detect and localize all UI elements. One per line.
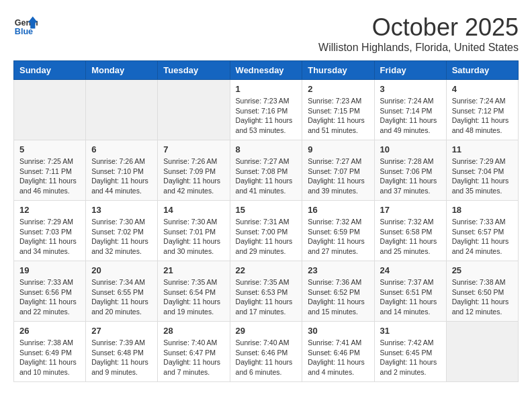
weekday-header-thursday: Thursday — [302, 61, 374, 80]
day-info: Sunrise: 7:29 AMSunset: 7:04 PMDaylight:… — [452, 156, 513, 196]
weekday-header-wednesday: Wednesday — [230, 61, 302, 80]
calendar-cell: 1Sunrise: 7:23 AMSunset: 7:16 PMDaylight… — [230, 80, 302, 140]
calendar-cell: 6Sunrise: 7:26 AMSunset: 7:10 PMDaylight… — [86, 140, 158, 201]
calendar-cell: 20Sunrise: 7:34 AMSunset: 6:55 PMDayligh… — [86, 261, 158, 322]
calendar-cell: 2Sunrise: 7:23 AMSunset: 7:15 PMDaylight… — [302, 80, 374, 140]
calendar-cell — [158, 80, 230, 140]
day-info: Sunrise: 7:32 AMSunset: 6:58 PMDaylight:… — [380, 217, 441, 257]
day-number: 31 — [380, 326, 441, 336]
day-info: Sunrise: 7:34 AMSunset: 6:55 PMDaylight:… — [91, 277, 152, 317]
day-info: Sunrise: 7:41 AMSunset: 6:46 PMDaylight:… — [308, 338, 368, 377]
day-info: Sunrise: 7:42 AMSunset: 6:45 PMDaylight:… — [380, 338, 441, 377]
day-info: Sunrise: 7:37 AMSunset: 6:51 PMDaylight:… — [380, 277, 441, 317]
calendar-week-row: 5Sunrise: 7:25 AMSunset: 7:11 PMDaylight… — [14, 140, 519, 201]
day-number: 29 — [236, 326, 297, 336]
logo-icon: General Blue — [13, 13, 38, 38]
title-block: October 2025 Williston Highlands, Florid… — [318, 13, 519, 54]
day-number: 25 — [452, 265, 513, 275]
day-info: Sunrise: 7:39 AMSunset: 6:48 PMDaylight:… — [91, 338, 152, 377]
calendar-cell: 27Sunrise: 7:39 AMSunset: 6:48 PMDayligh… — [86, 322, 158, 382]
calendar-cell: 25Sunrise: 7:38 AMSunset: 6:50 PMDayligh… — [446, 261, 518, 322]
day-number: 8 — [236, 144, 297, 154]
day-info: Sunrise: 7:35 AMSunset: 6:53 PMDaylight:… — [236, 277, 297, 317]
calendar-week-row: 19Sunrise: 7:33 AMSunset: 6:56 PMDayligh… — [14, 261, 519, 322]
calendar-cell: 8Sunrise: 7:27 AMSunset: 7:08 PMDaylight… — [230, 140, 302, 201]
day-info: Sunrise: 7:24 AMSunset: 7:12 PMDaylight:… — [452, 96, 513, 136]
day-number: 28 — [163, 326, 224, 336]
day-number: 4 — [452, 84, 513, 94]
calendar-cell: 21Sunrise: 7:35 AMSunset: 6:54 PMDayligh… — [158, 261, 230, 322]
day-number: 20 — [91, 265, 152, 275]
weekday-header-tuesday: Tuesday — [158, 61, 230, 80]
day-number: 5 — [19, 144, 80, 154]
day-number: 6 — [91, 144, 152, 154]
calendar-cell: 14Sunrise: 7:30 AMSunset: 7:01 PMDayligh… — [158, 201, 230, 261]
day-number: 17 — [380, 205, 441, 215]
day-info: Sunrise: 7:23 AMSunset: 7:15 PMDaylight:… — [308, 96, 368, 136]
calendar-cell: 4Sunrise: 7:24 AMSunset: 7:12 PMDaylight… — [446, 80, 518, 140]
day-number: 13 — [91, 205, 152, 215]
calendar-cell: 17Sunrise: 7:32 AMSunset: 6:58 PMDayligh… — [374, 201, 446, 261]
day-info: Sunrise: 7:32 AMSunset: 6:59 PMDaylight:… — [308, 217, 368, 257]
day-number: 10 — [380, 144, 441, 154]
day-number: 30 — [308, 326, 368, 336]
day-info: Sunrise: 7:36 AMSunset: 6:52 PMDaylight:… — [308, 277, 368, 317]
day-number: 11 — [452, 144, 513, 154]
day-number: 2 — [308, 84, 368, 94]
day-info: Sunrise: 7:35 AMSunset: 6:54 PMDaylight:… — [163, 277, 224, 317]
day-number: 9 — [308, 144, 368, 154]
day-info: Sunrise: 7:28 AMSunset: 7:06 PMDaylight:… — [380, 156, 441, 196]
day-info: Sunrise: 7:31 AMSunset: 7:00 PMDaylight:… — [236, 217, 297, 257]
day-number: 3 — [380, 84, 441, 94]
calendar-cell — [14, 80, 86, 140]
weekday-header-sunday: Sunday — [14, 61, 86, 80]
weekday-header-saturday: Saturday — [446, 61, 518, 80]
day-info: Sunrise: 7:38 AMSunset: 6:50 PMDaylight:… — [452, 277, 513, 317]
logo: General Blue — [13, 13, 38, 38]
day-info: Sunrise: 7:27 AMSunset: 7:07 PMDaylight:… — [308, 156, 368, 196]
day-number: 14 — [163, 205, 224, 215]
weekday-header-monday: Monday — [86, 61, 158, 80]
day-info: Sunrise: 7:29 AMSunset: 7:03 PMDaylight:… — [19, 217, 80, 257]
calendar-week-row: 26Sunrise: 7:38 AMSunset: 6:49 PMDayligh… — [14, 322, 519, 382]
day-number: 26 — [19, 326, 80, 336]
calendar-cell: 26Sunrise: 7:38 AMSunset: 6:49 PMDayligh… — [14, 322, 86, 382]
calendar-cell: 19Sunrise: 7:33 AMSunset: 6:56 PMDayligh… — [14, 261, 86, 322]
day-info: Sunrise: 7:30 AMSunset: 7:01 PMDaylight:… — [163, 217, 224, 257]
calendar-cell: 3Sunrise: 7:24 AMSunset: 7:14 PMDaylight… — [374, 80, 446, 140]
calendar-cell: 5Sunrise: 7:25 AMSunset: 7:11 PMDaylight… — [14, 140, 86, 201]
day-info: Sunrise: 7:23 AMSunset: 7:16 PMDaylight:… — [236, 96, 297, 136]
day-number: 18 — [452, 205, 513, 215]
page-header: General Blue October 2025 Williston High… — [13, 13, 519, 54]
calendar-cell: 23Sunrise: 7:36 AMSunset: 6:52 PMDayligh… — [302, 261, 374, 322]
calendar-cell: 11Sunrise: 7:29 AMSunset: 7:04 PMDayligh… — [446, 140, 518, 201]
day-info: Sunrise: 7:24 AMSunset: 7:14 PMDaylight:… — [380, 96, 441, 136]
calendar-week-row: 12Sunrise: 7:29 AMSunset: 7:03 PMDayligh… — [14, 201, 519, 261]
calendar-cell: 28Sunrise: 7:40 AMSunset: 6:47 PMDayligh… — [158, 322, 230, 382]
calendar-cell: 10Sunrise: 7:28 AMSunset: 7:06 PMDayligh… — [374, 140, 446, 201]
calendar-table: SundayMondayTuesdayWednesdayThursdayFrid… — [13, 60, 519, 382]
weekday-header-friday: Friday — [374, 61, 446, 80]
day-info: Sunrise: 7:38 AMSunset: 6:49 PMDaylight:… — [19, 338, 80, 377]
day-number: 12 — [19, 205, 80, 215]
day-number: 16 — [308, 205, 368, 215]
calendar-cell: 7Sunrise: 7:26 AMSunset: 7:09 PMDaylight… — [158, 140, 230, 201]
day-info: Sunrise: 7:40 AMSunset: 6:46 PMDaylight:… — [236, 338, 297, 377]
day-info: Sunrise: 7:26 AMSunset: 7:10 PMDaylight:… — [91, 156, 152, 196]
day-info: Sunrise: 7:27 AMSunset: 7:08 PMDaylight:… — [236, 156, 297, 196]
calendar-cell: 12Sunrise: 7:29 AMSunset: 7:03 PMDayligh… — [14, 201, 86, 261]
day-info: Sunrise: 7:25 AMSunset: 7:11 PMDaylight:… — [19, 156, 80, 196]
day-number: 7 — [163, 144, 224, 154]
month-title: October 2025 — [318, 13, 519, 42]
day-info: Sunrise: 7:26 AMSunset: 7:09 PMDaylight:… — [163, 156, 224, 196]
calendar-cell: 22Sunrise: 7:35 AMSunset: 6:53 PMDayligh… — [230, 261, 302, 322]
day-number: 22 — [236, 265, 297, 275]
calendar-cell: 13Sunrise: 7:30 AMSunset: 7:02 PMDayligh… — [86, 201, 158, 261]
calendar-cell: 31Sunrise: 7:42 AMSunset: 6:45 PMDayligh… — [374, 322, 446, 382]
day-number: 15 — [236, 205, 297, 215]
day-number: 19 — [19, 265, 80, 275]
day-info: Sunrise: 7:33 AMSunset: 6:56 PMDaylight:… — [19, 277, 80, 317]
calendar-cell: 30Sunrise: 7:41 AMSunset: 6:46 PMDayligh… — [302, 322, 374, 382]
weekday-header-row: SundayMondayTuesdayWednesdayThursdayFrid… — [14, 61, 519, 80]
calendar-cell: 9Sunrise: 7:27 AMSunset: 7:07 PMDaylight… — [302, 140, 374, 201]
